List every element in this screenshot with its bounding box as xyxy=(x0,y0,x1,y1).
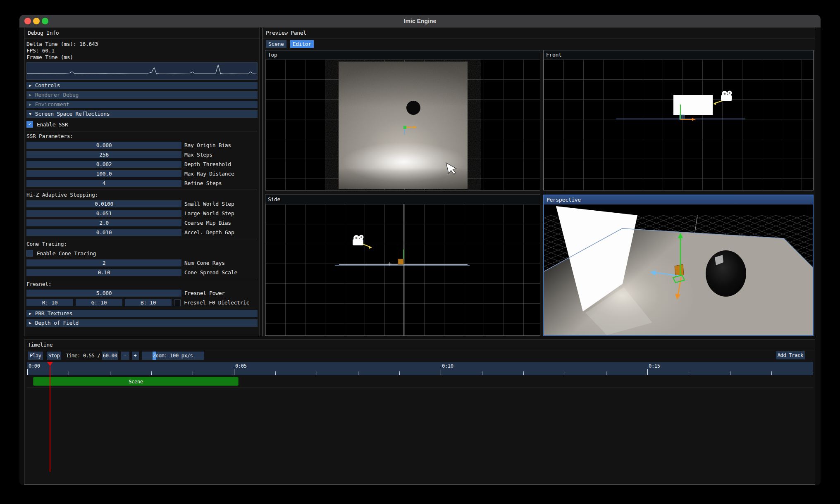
fresnel-f0-row: R: 10 G: 10 B: 10 Fresnel F0 Dielectric xyxy=(26,299,258,306)
slider-value: 0.051 xyxy=(96,210,112,216)
cone-tracing-group: Cone Tracing: Enable Cone Tracing 2 Num … xyxy=(26,239,258,276)
slider-row: 0.002 Depth Threshold xyxy=(26,161,258,168)
track-lane-divider xyxy=(27,387,813,388)
zoom-in-button[interactable]: + xyxy=(132,352,139,360)
zoom-slider[interactable]: Zoom: 100 px/s xyxy=(142,352,204,360)
area-light-front-view[interactable] xyxy=(673,95,713,115)
viewport-front-canvas[interactable] xyxy=(544,59,813,190)
slider-value: 0.10 xyxy=(98,269,110,276)
slider-value: 2.0 xyxy=(99,220,109,226)
slider-label: Large World Step xyxy=(184,210,234,216)
side-view-scene xyxy=(265,204,540,335)
section-controls[interactable]: ▶ Controls xyxy=(26,82,258,89)
window-titlebar: Imic Engine xyxy=(19,15,821,28)
viewport-top-header[interactable]: Top xyxy=(265,50,540,59)
viewport-side-canvas[interactable] xyxy=(265,204,540,335)
playhead-handle[interactable] xyxy=(47,362,53,366)
num-cone-rays-slider[interactable]: 2 xyxy=(26,259,181,266)
large-world-step-slider[interactable]: 0.051 xyxy=(26,210,181,217)
front-view-scene xyxy=(544,59,813,190)
desktop: Imic Engine Debug Info Delta Time (ms): … xyxy=(0,0,840,504)
fresnel-f0-green-field[interactable]: G: 10 xyxy=(76,299,122,306)
viewport-front-header[interactable]: Front xyxy=(544,50,813,59)
stop-button[interactable]: Stop xyxy=(47,352,62,360)
zoom-out-button[interactable]: − xyxy=(121,352,129,360)
slider-value: 5.000 xyxy=(96,290,112,296)
section-ssr[interactable]: ▼ Screen Space Reflections xyxy=(26,110,258,118)
viewport-perspective-canvas[interactable] xyxy=(544,204,813,335)
ssr-parameters-group: SSR Parameters: 0.000 Ray Origin Bias 25… xyxy=(26,131,258,187)
gizmo-y-axis[interactable] xyxy=(404,129,405,135)
section-controls-label: Controls xyxy=(35,82,60,89)
viewport-side: Side xyxy=(265,195,540,336)
slider-label: Depth Threshold xyxy=(184,161,231,167)
slider-row: 0.000 Ray Origin Bias xyxy=(26,142,258,149)
section-ssr-label: Screen Space Reflections xyxy=(35,110,110,118)
section-depth-of-field[interactable]: ▶ Depth of Field xyxy=(26,319,258,327)
timeline-ruler[interactable]: 0:00 0:05 0:10 0:15 xyxy=(27,362,813,375)
hiz-group: Hi-Z Adaptive Stepping: 0.0100 Small Wor… xyxy=(26,190,258,236)
fresnel-f0-red-field[interactable]: R: 10 xyxy=(26,299,73,306)
tab-editor[interactable]: Editor xyxy=(290,40,314,48)
light-marker-side-view[interactable] xyxy=(398,259,403,264)
slider-row: 100.0 Max Ray Distance xyxy=(26,170,258,177)
slider-row: 4 Refine Steps xyxy=(26,180,258,187)
timeline-panel-title: Timeline xyxy=(24,340,815,350)
slider-label: Coarse Mip Bias xyxy=(184,220,231,226)
viewport-top-canvas[interactable] xyxy=(265,59,540,190)
fresnel-f0-blue-field[interactable]: B: 10 xyxy=(125,299,172,306)
play-button[interactable]: Play xyxy=(28,352,43,360)
slider-row: 0.051 Large World Step xyxy=(26,210,258,217)
small-world-step-slider[interactable]: 0.0100 xyxy=(26,200,181,207)
coarse-mip-bias-slider[interactable]: 2.0 xyxy=(26,219,181,226)
frame-time-label: Frame Time (ms) xyxy=(26,54,258,61)
enable-ssr-checkbox[interactable]: ✓ xyxy=(26,121,33,128)
cone-tracing-heading: Cone Tracing: xyxy=(26,241,258,247)
max-steps-slider[interactable]: 256 xyxy=(26,151,181,158)
ssr-parameters-heading: SSR Parameters: xyxy=(26,133,258,140)
max-ray-distance-slider[interactable]: 100.0 xyxy=(26,170,181,177)
section-pbr-textures-label: PBR Textures xyxy=(35,310,72,317)
depth-threshold-slider[interactable]: 0.002 xyxy=(26,161,181,168)
refine-steps-slider[interactable]: 4 xyxy=(26,180,181,187)
fresnel-f0-dielectric-checkbox[interactable] xyxy=(174,300,181,306)
section-environment[interactable]: ▶ Environment xyxy=(26,101,258,108)
accel-depth-gap-slider[interactable]: 0.010 xyxy=(26,229,181,236)
tab-scene[interactable]: Scene xyxy=(266,40,286,48)
section-renderer-debug[interactable]: ▶ Renderer Debug xyxy=(26,91,258,99)
app-window: Imic Engine Debug Info Delta Time (ms): … xyxy=(19,15,821,485)
fresnel-power-slider[interactable]: 5.000 xyxy=(26,290,181,297)
ray-origin-bias-slider[interactable]: 0.000 xyxy=(26,142,181,149)
fresnel-f0-dielectric-label: Fresnel F0 Dielectric xyxy=(184,300,249,306)
section-depth-of-field-label: Depth of Field xyxy=(35,319,79,327)
add-track-button[interactable]: Add Track xyxy=(776,351,805,359)
viewport-top: Top xyxy=(265,50,540,190)
slider-row: 0.010 Accel. Depth Gap xyxy=(26,229,258,236)
grid-lines xyxy=(544,59,813,190)
viewport-perspective-header[interactable]: Perspective xyxy=(544,195,813,204)
section-pbr-textures[interactable]: ▶ PBR Textures xyxy=(26,310,258,317)
scene-track-clip[interactable]: Scene xyxy=(33,377,239,386)
light-object-handle[interactable] xyxy=(675,264,684,276)
slider-value: 0.002 xyxy=(96,161,112,167)
duration-field[interactable]: 60.00 xyxy=(102,352,118,360)
chevron-down-icon: ▼ xyxy=(29,110,31,118)
slider-label: Max Ray Distance xyxy=(184,171,234,177)
viewport-side-header[interactable]: Side xyxy=(265,195,540,204)
hiz-heading: Hi-Z Adaptive Stepping: xyxy=(26,192,258,198)
slider-row: 2.0 Coarse Mip Bias xyxy=(26,219,258,226)
debug-panel: Debug Info Delta Time (ms): 16.643 FPS: … xyxy=(24,28,260,336)
gizmo-origin-handle[interactable] xyxy=(403,126,406,129)
enable-ssr-row: ✓ Enable SSR xyxy=(26,121,258,128)
ruler-label: 0:10 xyxy=(442,363,453,369)
cone-spread-scale-slider[interactable]: 0.10 xyxy=(26,269,181,276)
fresnel-group: Fresnel: 5.000 Fresnel Power R: 10 G: 10… xyxy=(26,279,258,306)
sphere[interactable] xyxy=(706,250,746,297)
frame-time-sparkline xyxy=(27,63,257,79)
top-view-scene xyxy=(265,59,540,190)
playhead[interactable] xyxy=(50,362,50,472)
slider-label: Fresnel Power xyxy=(184,290,225,296)
enable-cone-tracing-checkbox[interactable] xyxy=(26,250,33,257)
slider-label: Ray Origin Bias xyxy=(184,142,231,148)
slider-row: 0.0100 Small World Step xyxy=(26,200,258,207)
